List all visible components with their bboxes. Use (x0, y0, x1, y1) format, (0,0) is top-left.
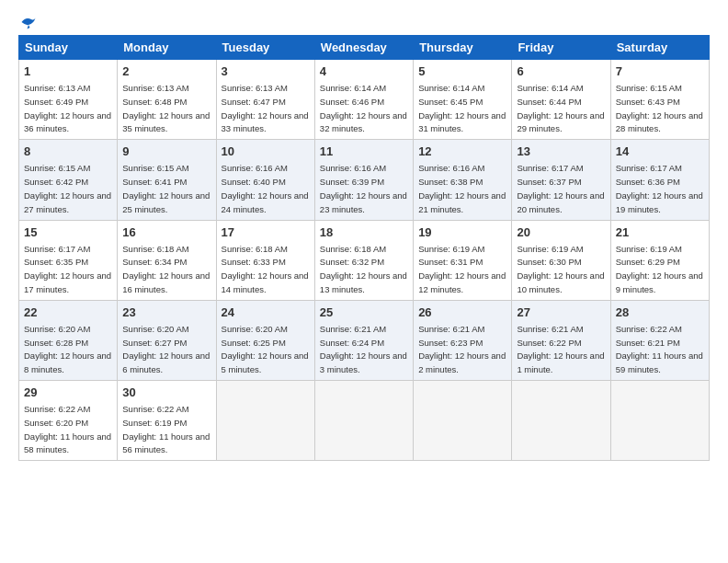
day-number: 20 (517, 224, 605, 241)
calendar-week-row: 29Sunrise: 6:22 AMSunset: 6:20 PMDayligh… (19, 381, 710, 461)
col-tuesday: Tuesday (216, 36, 314, 60)
day-info: Sunrise: 6:21 AMSunset: 6:24 PMDaylight:… (320, 324, 407, 374)
day-number: 12 (418, 144, 506, 160)
day-info: Sunrise: 6:22 AMSunset: 6:20 PMDaylight:… (24, 404, 111, 454)
day-number: 2 (122, 63, 210, 80)
col-saturday: Saturday (610, 36, 709, 60)
day-info: Sunrise: 6:13 AMSunset: 6:48 PMDaylight:… (122, 83, 210, 133)
table-row (610, 381, 709, 461)
day-info: Sunrise: 6:21 AMSunset: 6:22 PMDaylight:… (517, 324, 604, 374)
day-info: Sunrise: 6:21 AMSunset: 6:23 PMDaylight:… (418, 324, 506, 374)
table-row: 1Sunrise: 6:13 AMSunset: 6:49 PMDaylight… (19, 60, 118, 140)
day-number: 1 (24, 63, 112, 80)
day-info: Sunrise: 6:16 AMSunset: 6:40 PMDaylight:… (222, 163, 309, 213)
day-number: 29 (24, 385, 112, 401)
table-row: 24Sunrise: 6:20 AMSunset: 6:25 PMDayligh… (216, 300, 314, 380)
day-info: Sunrise: 6:20 AMSunset: 6:28 PMDaylight:… (24, 324, 111, 374)
day-number: 7 (616, 63, 704, 80)
calendar-header-row: Sunday Monday Tuesday Wednesday Thursday… (19, 36, 710, 60)
day-number: 28 (616, 304, 704, 321)
day-number: 10 (222, 144, 310, 160)
day-info: Sunrise: 6:13 AMSunset: 6:49 PMDaylight:… (24, 83, 111, 133)
day-number: 30 (122, 385, 210, 401)
table-row: 3Sunrise: 6:13 AMSunset: 6:47 PMDaylight… (216, 60, 314, 140)
col-monday: Monday (118, 36, 216, 60)
day-number: 6 (517, 63, 605, 80)
day-number: 13 (517, 144, 605, 160)
day-info: Sunrise: 6:17 AMSunset: 6:37 PMDaylight:… (517, 163, 604, 213)
day-info: Sunrise: 6:20 AMSunset: 6:27 PMDaylight:… (122, 324, 210, 374)
day-info: Sunrise: 6:15 AMSunset: 6:41 PMDaylight:… (122, 163, 210, 213)
table-row: 26Sunrise: 6:21 AMSunset: 6:23 PMDayligh… (414, 300, 512, 380)
day-number: 4 (320, 63, 408, 80)
day-info: Sunrise: 6:18 AMSunset: 6:32 PMDaylight:… (320, 244, 407, 294)
table-row: 23Sunrise: 6:20 AMSunset: 6:27 PMDayligh… (118, 300, 216, 380)
page-header (18, 15, 710, 26)
day-info: Sunrise: 6:17 AMSunset: 6:35 PMDaylight:… (24, 244, 111, 294)
day-number: 18 (320, 224, 408, 241)
calendar-page: Sunday Monday Tuesday Wednesday Thursday… (0, 0, 728, 470)
day-number: 3 (222, 63, 310, 80)
table-row: 18Sunrise: 6:18 AMSunset: 6:32 PMDayligh… (314, 220, 413, 300)
day-number: 16 (122, 224, 210, 241)
table-row (512, 381, 610, 461)
table-row: 14Sunrise: 6:17 AMSunset: 6:36 PMDayligh… (610, 140, 709, 220)
day-info: Sunrise: 6:22 AMSunset: 6:21 PMDaylight:… (616, 324, 703, 374)
col-thursday: Thursday (414, 36, 512, 60)
day-info: Sunrise: 6:16 AMSunset: 6:38 PMDaylight:… (418, 163, 506, 213)
table-row: 15Sunrise: 6:17 AMSunset: 6:35 PMDayligh… (19, 220, 118, 300)
col-sunday: Sunday (19, 36, 118, 60)
day-number: 25 (320, 304, 408, 321)
logo (18, 15, 37, 26)
day-info: Sunrise: 6:15 AMSunset: 6:43 PMDaylight:… (616, 83, 703, 133)
table-row: 30Sunrise: 6:22 AMSunset: 6:19 PMDayligh… (118, 381, 216, 461)
day-info: Sunrise: 6:16 AMSunset: 6:39 PMDaylight:… (320, 163, 407, 213)
table-row: 10Sunrise: 6:16 AMSunset: 6:40 PMDayligh… (216, 140, 314, 220)
calendar-week-row: 22Sunrise: 6:20 AMSunset: 6:28 PMDayligh… (19, 300, 710, 380)
table-row: 11Sunrise: 6:16 AMSunset: 6:39 PMDayligh… (314, 140, 413, 220)
table-row: 17Sunrise: 6:18 AMSunset: 6:33 PMDayligh… (216, 220, 314, 300)
col-friday: Friday (512, 36, 610, 60)
day-number: 15 (24, 224, 112, 241)
day-info: Sunrise: 6:14 AMSunset: 6:46 PMDaylight:… (320, 83, 407, 133)
day-number: 22 (24, 304, 112, 321)
day-info: Sunrise: 6:15 AMSunset: 6:42 PMDaylight:… (24, 163, 111, 213)
table-row: 6Sunrise: 6:14 AMSunset: 6:44 PMDaylight… (512, 60, 610, 140)
day-info: Sunrise: 6:19 AMSunset: 6:30 PMDaylight:… (517, 244, 604, 294)
day-info: Sunrise: 6:14 AMSunset: 6:45 PMDaylight:… (418, 83, 506, 133)
day-number: 26 (418, 304, 506, 321)
table-row (414, 381, 512, 461)
table-row: 16Sunrise: 6:18 AMSunset: 6:34 PMDayligh… (118, 220, 216, 300)
day-number: 14 (616, 144, 704, 160)
table-row: 7Sunrise: 6:15 AMSunset: 6:43 PMDaylight… (610, 60, 709, 140)
day-info: Sunrise: 6:19 AMSunset: 6:31 PMDaylight:… (418, 244, 506, 294)
table-row: 5Sunrise: 6:14 AMSunset: 6:45 PMDaylight… (414, 60, 512, 140)
table-row: 29Sunrise: 6:22 AMSunset: 6:20 PMDayligh… (19, 381, 118, 461)
table-row: 22Sunrise: 6:20 AMSunset: 6:28 PMDayligh… (19, 300, 118, 380)
table-row: 9Sunrise: 6:15 AMSunset: 6:41 PMDaylight… (118, 140, 216, 220)
day-info: Sunrise: 6:17 AMSunset: 6:36 PMDaylight:… (616, 163, 703, 213)
day-info: Sunrise: 6:19 AMSunset: 6:29 PMDaylight:… (616, 244, 703, 294)
calendar-week-row: 8Sunrise: 6:15 AMSunset: 6:42 PMDaylight… (19, 140, 710, 220)
day-info: Sunrise: 6:20 AMSunset: 6:25 PMDaylight:… (222, 324, 309, 374)
day-number: 9 (122, 144, 210, 160)
table-row: 20Sunrise: 6:19 AMSunset: 6:30 PMDayligh… (512, 220, 610, 300)
day-info: Sunrise: 6:14 AMSunset: 6:44 PMDaylight:… (517, 83, 604, 133)
calendar-week-row: 15Sunrise: 6:17 AMSunset: 6:35 PMDayligh… (19, 220, 710, 300)
day-info: Sunrise: 6:13 AMSunset: 6:47 PMDaylight:… (222, 83, 309, 133)
day-number: 11 (320, 144, 408, 160)
day-info: Sunrise: 6:22 AMSunset: 6:19 PMDaylight:… (122, 404, 210, 454)
col-wednesday: Wednesday (314, 36, 413, 60)
table-row: 21Sunrise: 6:19 AMSunset: 6:29 PMDayligh… (610, 220, 709, 300)
table-row (314, 381, 413, 461)
day-number: 5 (418, 63, 506, 80)
day-number: 27 (517, 304, 605, 321)
day-number: 17 (222, 224, 310, 241)
table-row: 19Sunrise: 6:19 AMSunset: 6:31 PMDayligh… (414, 220, 512, 300)
logo-bird-icon (20, 15, 37, 29)
day-number: 24 (222, 304, 310, 321)
table-row: 27Sunrise: 6:21 AMSunset: 6:22 PMDayligh… (512, 300, 610, 380)
table-row: 13Sunrise: 6:17 AMSunset: 6:37 PMDayligh… (512, 140, 610, 220)
table-row: 25Sunrise: 6:21 AMSunset: 6:24 PMDayligh… (314, 300, 413, 380)
calendar-table: Sunday Monday Tuesday Wednesday Thursday… (18, 35, 710, 461)
